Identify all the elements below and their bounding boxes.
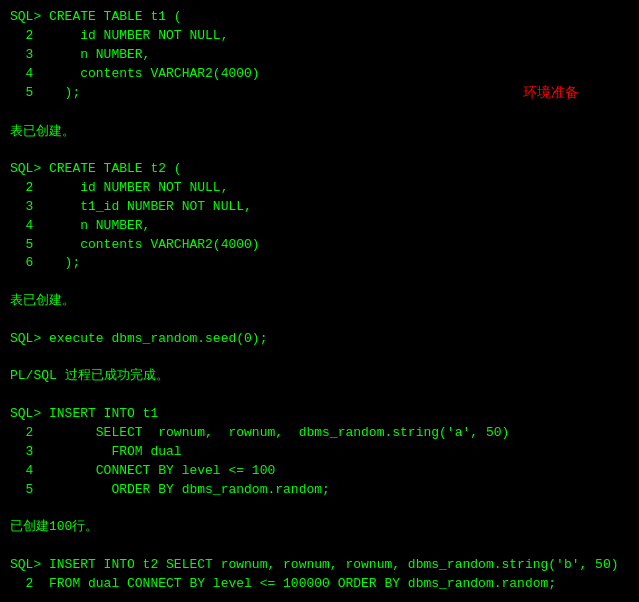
line-30: SQL> INSERT INTO t2 SELECT rownum, rownu… bbox=[10, 556, 629, 575]
line-11: 3 t1_id NUMBER NOT NULL, bbox=[10, 198, 629, 217]
line-31: 2 FROM dual CONNECT BY level <= 100000 O… bbox=[10, 575, 629, 594]
line-blank-3 bbox=[10, 273, 629, 292]
line-9: SQL> CREATE TABLE t2 ( bbox=[10, 160, 629, 179]
line-25: 4 CONNECT BY level <= 100 bbox=[10, 462, 629, 481]
line-24: 3 FROM dual bbox=[10, 443, 629, 462]
line-blank-7 bbox=[10, 499, 629, 518]
line-blank-9 bbox=[10, 594, 629, 602]
line-3: 3 n NUMBER, bbox=[10, 46, 629, 65]
line-16: 表已创建。 bbox=[10, 292, 629, 311]
line-blank-1 bbox=[10, 104, 629, 123]
line-blank-8 bbox=[10, 537, 629, 556]
line-26: 5 ORDER BY dbms_random.random; bbox=[10, 481, 629, 500]
line-blank-5 bbox=[10, 349, 629, 368]
line-2: 2 id NUMBER NOT NULL, bbox=[10, 27, 629, 46]
annotation-label: 环境准备 bbox=[523, 83, 629, 103]
line-18: SQL> execute dbms_random.seed(0); bbox=[10, 330, 629, 349]
line-7: 表已创建。 bbox=[10, 123, 629, 142]
line-12: 4 n NUMBER, bbox=[10, 217, 629, 236]
line-20: PL/SQL 过程已成功完成。 bbox=[10, 367, 629, 386]
line-14: 6 ); bbox=[10, 254, 629, 273]
line-4: 4 contents VARCHAR2(4000) bbox=[10, 65, 629, 84]
line-22: SQL> INSERT INTO t1 bbox=[10, 405, 629, 424]
line-blank-6 bbox=[10, 386, 629, 405]
line-blank-2 bbox=[10, 141, 629, 160]
line-28: 已创建100行。 bbox=[10, 518, 629, 537]
line-5: 5 ); bbox=[10, 84, 80, 103]
line-10: 2 id NUMBER NOT NULL, bbox=[10, 179, 629, 198]
terminal-window: SQL> CREATE TABLE t1 ( 2 id NUMBER NOT N… bbox=[10, 8, 629, 594]
line-blank-4 bbox=[10, 311, 629, 330]
line-13: 5 contents VARCHAR2(4000) bbox=[10, 236, 629, 255]
line-23: 2 SELECT rownum, rownum, dbms_random.str… bbox=[10, 424, 629, 443]
line-1: SQL> CREATE TABLE t1 ( bbox=[10, 8, 629, 27]
